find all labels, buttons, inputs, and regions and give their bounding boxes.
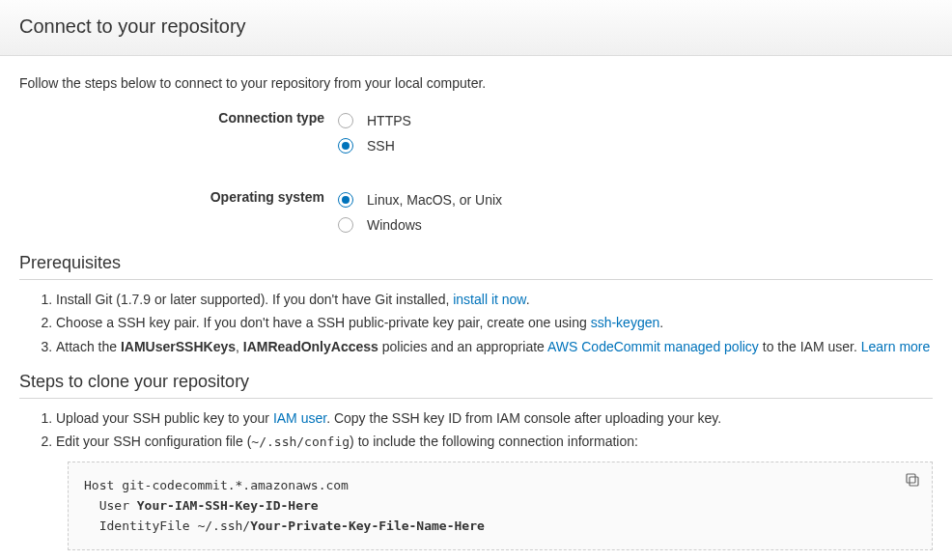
ssh-config-codeblock: Host git-codecommit.*.amazonaws.com User… [68,462,933,550]
radio-label-ssh[interactable]: SSH [367,138,395,154]
radio-row-windows[interactable]: Windows [338,212,933,238]
install-git-link[interactable]: install it now [453,292,525,307]
radio-label-windows[interactable]: Windows [367,217,422,233]
os-options: Linux, MacOS, or Unix Windows [338,187,933,238]
radio-windows[interactable] [338,217,353,233]
prerequisites-heading: Prerequisites [19,253,933,280]
managed-policy-link[interactable]: AWS CodeCommit managed policy [547,339,759,354]
steps-list: Upload your SSH public key to your IAM u… [19,408,933,452]
radio-linux[interactable] [338,192,353,208]
ssh-keygen-link[interactable]: ssh-keygen [591,315,660,330]
step-item-2: Edit your SSH configuration file (~/.ssh… [56,432,933,452]
svg-rect-0 [910,477,918,486]
svg-rect-1 [907,474,915,483]
prerequisites-list: Install Git (1.7.9 or later supported). … [19,290,933,356]
copy-icon[interactable] [905,472,920,488]
radio-row-https[interactable]: HTTPS [338,108,933,133]
steps-heading: Steps to clone your repository [19,372,933,399]
connection-type-options: HTTPS SSH [338,108,933,158]
step-item-1: Upload your SSH public key to your IAM u… [56,408,933,428]
os-row: Operating system Linux, MacOS, or Unix W… [19,187,933,238]
learn-more-link[interactable]: Learn more [861,339,931,354]
page-title: Connect to your repository [19,15,933,38]
radio-row-ssh[interactable]: SSH [338,133,933,158]
page-content: Follow the steps below to connect to you… [0,56,952,560]
intro-text: Follow the steps below to connect to you… [19,75,933,91]
prereq-item-1: Install Git (1.7.9 or later supported). … [56,290,933,309]
radio-https[interactable] [338,113,353,128]
os-label: Operating system [19,187,338,238]
radio-row-linux[interactable]: Linux, MacOS, or Unix [338,187,933,212]
connection-type-label: Connection type [19,108,338,158]
iam-user-link[interactable]: IAM user [273,410,326,426]
radio-label-https[interactable]: HTTPS [367,113,411,128]
prereq-item-2: Choose a SSH key pair. If you don't have… [56,313,933,332]
radio-ssh[interactable] [338,138,353,154]
connection-type-row: Connection type HTTPS SSH [19,108,933,158]
prereq-item-3: Attach the IAMUserSSHKeys, IAMReadOnlyAc… [56,337,933,356]
radio-label-linux[interactable]: Linux, MacOS, or Unix [367,192,502,208]
page-header: Connect to your repository [0,0,952,56]
